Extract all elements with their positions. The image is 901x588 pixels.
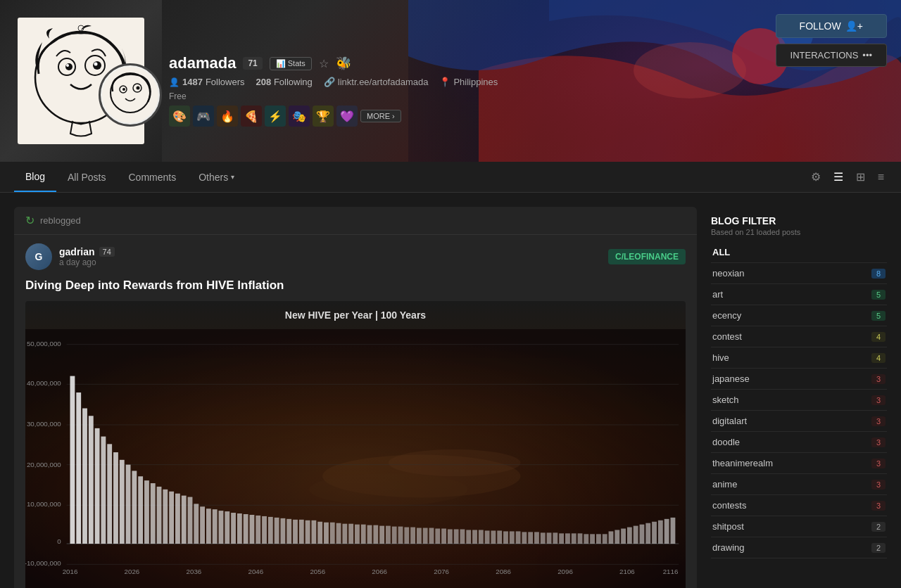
followers-label: Followers	[206, 77, 245, 87]
community-tag[interactable]: C/LEOFINANCE	[608, 249, 686, 264]
community-icon-7[interactable]: 🏆	[313, 106, 334, 127]
author-name[interactable]: gadrian	[59, 246, 95, 257]
others-label: Others	[199, 172, 228, 183]
svg-text:30,000,000: 30,000,000	[27, 420, 61, 428]
filter-count-art: 5	[871, 290, 886, 300]
svg-rect-111	[534, 532, 539, 544]
svg-text:50,000,000: 50,000,000	[27, 340, 61, 347]
svg-rect-114	[553, 532, 557, 544]
post-title[interactable]: Diving Deep into Rewards from HIVE Infla…	[14, 279, 697, 301]
filter-item-ecency[interactable]: ecency 5	[711, 305, 887, 326]
filter-item-drawing[interactable]: drawing 2	[711, 537, 887, 558]
svg-rect-59	[213, 509, 218, 544]
community-icon-8[interactable]: 💜	[336, 106, 358, 127]
filter-count-anime: 3	[871, 480, 886, 490]
community-icon-2[interactable]: 🎮	[193, 106, 214, 127]
more-communities-button[interactable]: MORE ›	[360, 110, 401, 122]
community-icon-4[interactable]: 🍕	[241, 106, 262, 127]
svg-rect-128	[640, 525, 645, 544]
svg-rect-47	[138, 476, 143, 544]
svg-rect-126	[627, 528, 632, 544]
filter-item-theanimerealm[interactable]: theanimerealm 3	[711, 453, 887, 474]
interactions-label: INTERACTIONS	[790, 50, 859, 60]
filter-item-hive[interactable]: hive 4	[711, 347, 887, 369]
author-avatar[interactable]: G	[25, 243, 52, 270]
following-count: 208	[256, 77, 272, 87]
svg-rect-132	[664, 519, 669, 544]
compact-view-button[interactable]: ≡	[875, 168, 887, 186]
filter-list: ALL neoxian 8 art 5 ecency 5 contest 4 h…	[711, 242, 887, 558]
tab-all-posts[interactable]: All Posts	[56, 163, 117, 191]
svg-rect-106	[503, 531, 508, 544]
filter-label-ecency: ecency	[712, 310, 741, 321]
star-icon[interactable]: ☆	[319, 57, 329, 70]
svg-rect-92	[417, 528, 422, 544]
filter-item-sketch[interactable]: sketch 3	[711, 390, 887, 411]
svg-rect-85	[373, 525, 378, 544]
stats-button[interactable]: 📊 Stats	[270, 57, 312, 70]
view-controls: ⚙ ☰ ⊞ ≡	[808, 167, 887, 186]
tab-comments[interactable]: Comments	[118, 163, 188, 191]
filter-button[interactable]: ⚙	[808, 167, 824, 186]
svg-rect-77	[324, 523, 329, 544]
profile-link[interactable]: 🔗 linktr.ee/artofadamada	[324, 77, 429, 87]
bee-icon: 🐝	[336, 56, 351, 71]
tab-others[interactable]: Others ▾	[187, 163, 246, 191]
svg-rect-91	[410, 528, 415, 544]
filter-item-digitalart[interactable]: digitalart 3	[711, 411, 887, 432]
author-level: 74	[99, 247, 115, 257]
community-icon-6[interactable]: 🎭	[289, 106, 310, 127]
location-icon: 📍	[439, 77, 450, 87]
svg-rect-46	[132, 471, 137, 544]
profile-info: adamada 71 📊 Stats ☆ 🐝 👤 1487 Followers …	[169, 54, 498, 127]
filter-item-anime[interactable]: anime 3	[711, 474, 887, 495]
follow-button[interactable]: FOLLOW 👤+	[776, 14, 887, 38]
following-link[interactable]: 208 Following	[256, 77, 313, 87]
filter-count-contests: 3	[871, 501, 886, 511]
filter-item-contest[interactable]: contest 4	[711, 326, 887, 347]
filter-item-contests[interactable]: contests 3	[711, 495, 887, 516]
action-buttons: FOLLOW 👤+ INTERACTIONS •••	[776, 14, 887, 67]
filter-label-shitpost: shitpost	[712, 521, 744, 532]
more-label: MORE	[367, 112, 390, 120]
filter-label-hive: hive	[712, 352, 729, 363]
filter-label-theanimerealm: theanimerealm	[712, 458, 773, 468]
svg-rect-48	[144, 480, 149, 544]
svg-rect-103	[485, 530, 490, 544]
interactions-button[interactable]: INTERACTIONS •••	[776, 44, 887, 67]
person-icon: 👤	[169, 77, 179, 87]
list-view-button[interactable]: ☰	[831, 167, 846, 186]
svg-rect-63	[237, 513, 242, 544]
filter-count-ecency: 5	[871, 311, 886, 321]
svg-rect-116	[565, 533, 570, 544]
svg-rect-37	[76, 392, 81, 544]
community-icon-3[interactable]: 🔥	[217, 106, 238, 127]
filter-item-all[interactable]: ALL	[711, 242, 887, 263]
svg-rect-122	[603, 534, 607, 544]
svg-rect-123	[609, 531, 614, 544]
filter-label-contest: contest	[712, 331, 742, 342]
sidebar: BLOG FILTER Based on 21 loaded posts ALL…	[711, 207, 887, 588]
svg-text:-10,000,000: -10,000,000	[25, 559, 61, 567]
tab-blog[interactable]: Blog	[14, 162, 56, 192]
filter-item-art[interactable]: art 5	[711, 284, 887, 305]
filter-item-japanese[interactable]: japanese 3	[711, 369, 887, 390]
svg-rect-89	[398, 527, 403, 544]
svg-text:2016: 2016	[63, 568, 78, 575]
followers-link[interactable]: 👤 1487 Followers	[169, 77, 245, 87]
svg-rect-95	[435, 529, 440, 544]
svg-rect-125	[621, 529, 626, 544]
community-icon-5[interactable]: ⚡	[265, 106, 286, 127]
svg-rect-45	[126, 465, 131, 544]
filter-item-doodle[interactable]: doodle 3	[711, 432, 887, 453]
svg-rect-39	[89, 416, 94, 544]
grid-view-button[interactable]: ⊞	[853, 167, 868, 186]
svg-rect-118	[578, 533, 583, 544]
community-icon-1[interactable]: 🎨	[169, 106, 190, 127]
add-person-icon: 👤+	[845, 20, 863, 32]
filter-item-shitpost[interactable]: shitpost 2	[711, 516, 887, 537]
svg-rect-49	[151, 483, 156, 544]
filter-item-neoxian[interactable]: neoxian 8	[711, 263, 887, 284]
svg-rect-54	[182, 496, 187, 544]
svg-rect-53	[175, 494, 180, 544]
